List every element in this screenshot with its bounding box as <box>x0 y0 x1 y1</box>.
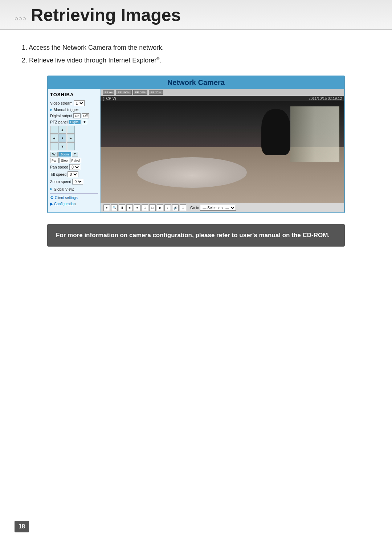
ptz-panel-row: PTZ panel Digital ▼ <box>50 120 98 124</box>
video-protocol: (TCP-V) <box>103 97 116 101</box>
full-screen-button[interactable]: □ <box>149 204 156 211</box>
ptz-panel-label: PTZ panel <box>50 120 68 124</box>
goto-select[interactable]: — Select one — <box>200 205 236 211</box>
configuration-link[interactable]: ▶ Configuration <box>50 202 98 206</box>
patrol-button[interactable]: Patrol <box>70 158 82 163</box>
ptz-panel-value: Digital <box>69 120 81 124</box>
ptz-empty-br <box>67 142 75 150</box>
page-header: ○○○ Retrieving Images <box>0 0 392 30</box>
scene-sofa <box>137 157 247 188</box>
expand-icon: ▶ <box>50 108 53 111</box>
video-stream-label: Video stream <box>50 101 73 105</box>
video-stream-row: Video stream 1 <box>50 100 98 106</box>
pan-button[interactable]: Pan <box>50 158 59 163</box>
global-view-label: Global View: <box>54 187 74 191</box>
toolbar-100-button[interactable]: EE 100% <box>116 90 131 95</box>
info-box-text: For more information on camera configura… <box>56 231 336 240</box>
record-button[interactable]: ● <box>103 204 110 211</box>
manual-trigger-label: Manual trigger: <box>54 107 79 112</box>
audio-button[interactable]: 🔊 <box>172 204 179 211</box>
zoom-speed-row: Zoom speed 0 <box>50 179 98 184</box>
sidebar-divider <box>50 193 98 194</box>
camera-ui-screenshot: Network Camera TOSHIBA Video stream 1 ▶ <box>47 76 345 213</box>
pause-button[interactable]: ⏸ <box>119 204 125 211</box>
download-button[interactable]: ↓ <box>164 204 171 211</box>
step-2-text: Retrieve live video through Internet Exp… <box>29 57 161 64</box>
header-decoration-icon: ○○○ <box>15 15 26 23</box>
toolbar-ee-a-button[interactable]: EE A+ <box>103 90 114 95</box>
toshiba-logo: TOSHIBA <box>50 92 98 97</box>
goto-label: Go to <box>190 206 199 210</box>
tilt-speed-row: Tilt speed 0 <box>50 171 98 177</box>
camera-main-panel: EE A+ EE 100% EE 50% EE 25% (TCP-V) 2011… <box>101 89 344 212</box>
digital-output-off-button[interactable]: Off <box>82 113 89 118</box>
camera-bottom-bar: ● 🔍 ⏸ ■ ● □ □ ▶ ↓ 🔊 □ Go to — Select on <box>101 203 344 212</box>
page-title: Retrieving Images <box>31 7 181 24</box>
ptz-empty-bl <box>50 142 58 150</box>
play-button[interactable]: ▶ <box>157 204 163 211</box>
global-view-row: ▶ Global View: <box>50 186 98 191</box>
manual-trigger-row: ▶ Manual trigger: <box>50 107 98 112</box>
pan-stop-patrol-row: Pan Stop Patrol <box>50 158 98 163</box>
ptz-center-button[interactable]: ● <box>58 134 66 142</box>
zoom-tele-button[interactable]: T <box>72 152 78 157</box>
step-1-text: Access the Network Camera from the netwo… <box>29 44 164 51</box>
ptz-right-button[interactable]: ► <box>67 134 75 142</box>
digital-output-on-button[interactable]: On <box>73 113 81 118</box>
pan-speed-row: Pan speed 0 <box>50 164 98 170</box>
zoom-label: Zoom <box>58 152 71 157</box>
info-box: For more information on camera configura… <box>47 224 345 247</box>
steps-list: 1. Access the Network Camera from the ne… <box>22 43 370 65</box>
toolbar-50-button[interactable]: EE 50% <box>133 90 147 95</box>
search-button[interactable]: 🔍 <box>111 204 118 211</box>
digital-output-label: Digital output <box>50 114 72 118</box>
snapshot-button[interactable]: □ <box>142 204 148 211</box>
camera-sidebar: TOSHIBA Video stream 1 ▶ Manual trigger:… <box>48 89 101 212</box>
pan-speed-select[interactable]: 0 <box>69 164 80 170</box>
scene-window <box>290 106 339 162</box>
ptz-control-grid: ▲ ◄ ● ► ▼ <box>50 126 75 150</box>
client-settings-label: Client settings <box>55 196 78 200</box>
step-1: 1. Access the Network Camera from the ne… <box>22 43 370 53</box>
settings-icon: ⚙ <box>50 195 54 200</box>
page-number: 18 <box>15 521 29 532</box>
stop-video-button[interactable]: ■ <box>126 204 133 211</box>
ptz-up-button[interactable]: ▲ <box>58 126 66 134</box>
zoom-speed-label: Zoom speed <box>50 179 71 184</box>
toolbar-25-button[interactable]: EE 25% <box>149 90 163 95</box>
zoom-wide-button[interactable]: W <box>50 152 58 157</box>
configuration-label: Configuration <box>54 202 75 206</box>
zoom-speed-select[interactable]: 0 <box>72 179 83 184</box>
step-1-number: 1. <box>22 44 29 51</box>
camera-title: Network Camera <box>167 78 225 87</box>
video-info-bar: (TCP-V) 2011/10/15 02:19:12 <box>101 96 344 101</box>
camera-body: TOSHIBA Video stream 1 ▶ Manual trigger:… <box>48 89 344 212</box>
camera-toolbar: EE A+ EE 100% EE 50% EE 25% <box>101 89 344 96</box>
video-timestamp: 2011/10/15 02:19:12 <box>309 97 342 101</box>
dot-button[interactable]: ● <box>134 204 140 211</box>
global-view-expand-icon: ▶ <box>50 187 53 191</box>
stop-button[interactable]: Stop <box>60 158 69 163</box>
video-stream-select[interactable]: 1 <box>74 100 85 106</box>
ptz-empty-tr <box>67 126 75 134</box>
zoom-row: W Zoom T <box>50 152 98 157</box>
video-area <box>101 101 344 203</box>
page-body: 1. Access the Network Camera from the ne… <box>0 30 392 261</box>
ptz-down-button[interactable]: ▼ <box>58 142 66 150</box>
step-2-number: 2. <box>22 57 29 64</box>
layout-button[interactable]: □ <box>180 204 186 211</box>
scene-figure <box>261 109 291 155</box>
tilt-speed-label: Tilt speed <box>50 172 66 176</box>
pan-speed-label: Pan speed <box>50 165 68 169</box>
ptz-empty-tl <box>50 126 58 134</box>
step-2: 2. Retrieve live video through Internet … <box>22 56 370 65</box>
client-settings-link[interactable]: ⚙ Client settings <box>50 195 98 200</box>
ptz-left-button[interactable]: ◄ <box>50 134 58 142</box>
ptz-dropdown-icon[interactable]: ▼ <box>82 120 87 124</box>
camera-header: Network Camera <box>48 76 344 89</box>
digital-output-row: Digital output On Off <box>50 113 98 118</box>
config-icon: ▶ <box>50 202 53 206</box>
tilt-speed-select[interactable]: 0 <box>68 171 78 177</box>
